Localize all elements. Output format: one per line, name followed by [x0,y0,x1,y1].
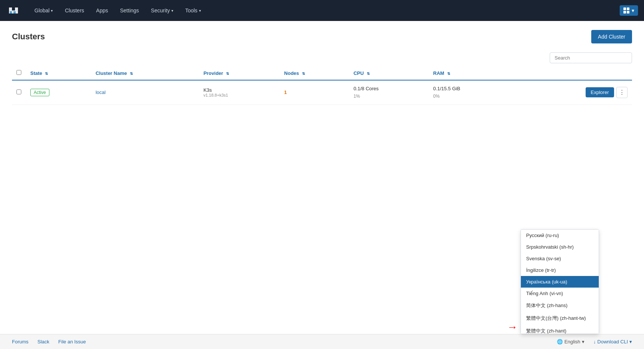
lang-option-sv[interactable]: Svenska (sv-se) [521,253,599,264]
col-provider[interactable]: Provider ⇅ [199,66,280,80]
globe-icon: 🌐 [557,339,563,345]
provider-cell: K3s v1.18.8+k3s1 [199,80,280,104]
col-cluster-name[interactable]: Cluster Name ⇅ [91,66,199,80]
lang-option-zh-hant[interactable]: 繁體中文 (zh-hant) [521,325,599,334]
lang-option-sh[interactable]: Srpskohrvatski (sh-hr) [521,241,599,253]
lang-option-vi[interactable]: Tiếng Anh (vi-vn) [521,288,599,299]
col-actions [513,66,632,80]
cluster-name-link[interactable]: local [95,89,106,95]
navbar: Global ▾ Clusters Apps Settings Security… [0,0,644,21]
svg-rect-2 [13,11,16,13]
ram-pct: 0% [433,93,509,100]
more-icon: ⋮ [619,89,625,96]
col-cpu[interactable]: CPU ⇅ [349,66,429,80]
table-actions: Explorer ⋮ [517,87,628,98]
arrow-indicator: → [507,321,518,333]
footer-forums-link[interactable]: Forums [12,339,28,345]
nodes-cell: 1 [280,80,349,104]
chevron-down-icon: ▾ [51,9,53,13]
footer-slack-link[interactable]: Slack [37,339,49,345]
language-dropdown[interactable]: Русский (ru-ru) Srpskohrvatski (sh-hr) S… [521,229,599,334]
lang-option-tr[interactable]: İngilizce (tr-tr) [521,264,599,276]
footer-issue-link[interactable]: File an Issue [58,339,86,345]
sort-icon: ⇅ [302,72,305,76]
table-body: Active local K3s v1.18.8+k3s1 1 0.1/8 Co… [12,80,632,104]
sort-icon: ⇅ [367,72,370,76]
sort-icon: ⇅ [45,72,48,76]
ram-cell: 0.1/15.5 GiB 0% [429,80,513,104]
cpu-pct: 1% [354,93,424,100]
lang-option-zh-hant-tw[interactable]: 繁體中文(台灣) (zh-hant-tw) [521,312,599,325]
chevron-down-icon: ▾ [199,9,201,13]
nav-apps[interactable]: Apps [92,4,113,16]
nav-settings[interactable]: Settings [116,4,144,16]
language-dropdown-wrapper: Русский (ru-ru) Srpskohrvatski (sh-hr) S… [521,229,599,334]
state-cell: Active [26,80,91,104]
download-label: Download CLI [597,339,628,345]
search-input[interactable] [550,52,632,63]
rancher-logo [6,4,24,17]
ram-info: 0.1/15.5 GiB 0% [433,85,509,100]
nav-global[interactable]: Global ▾ [30,4,57,16]
table-row: Active local K3s v1.18.8+k3s1 1 0.1/8 Co… [12,80,632,104]
name-cell: local [91,80,199,104]
chevron-down-icon: ▾ [171,9,173,13]
clusters-table: State ⇅ Cluster Name ⇅ Provider ⇅ Nodes … [12,66,632,105]
add-cluster-button[interactable]: Add Cluster [591,30,632,43]
user-icon-grid [623,7,629,13]
sort-icon: ⇅ [226,72,229,76]
lang-option-ru[interactable]: Русский (ru-ru) [521,230,599,241]
select-all-checkbox-col [12,66,26,80]
nodes-count: 1 [284,89,287,95]
row-checkbox-cell [12,80,26,104]
select-all-checkbox[interactable] [16,70,21,75]
ram-gb: 0.1/15.5 GiB [433,85,509,93]
more-options-button[interactable]: ⋮ [616,87,628,98]
col-nodes[interactable]: Nodes ⇅ [280,66,349,80]
chevron-down-icon: ▾ [629,339,632,345]
explorer-button[interactable]: Explorer [586,87,614,97]
col-ram[interactable]: RAM ⇅ [429,66,513,80]
sort-icon: ⇅ [130,72,133,76]
lang-label: English [564,339,580,345]
nav-tools[interactable]: Tools ▾ [181,4,205,16]
page-title: Clusters [12,32,45,42]
cpu-info: 0.1/8 Cores 1% [354,85,424,100]
chevron-down-icon: ▾ [582,339,585,345]
cpu-cores: 0.1/8 Cores [354,85,424,93]
col-state[interactable]: State ⇅ [26,66,91,80]
svg-rect-1 [10,11,12,13]
lang-option-zh-hans[interactable]: 简体中文 (zh-hans) [521,299,599,312]
footer: Forums Slack File an Issue 🌐 English ▾ ↓… [0,334,644,349]
status-badge: Active [30,89,49,96]
cpu-cell: 0.1/8 Cores 1% [349,80,429,104]
download-icon: ↓ [593,339,596,345]
provider-name: K3s [204,87,275,93]
sort-icon: ⇅ [447,72,450,76]
download-cli-button[interactable]: ↓ Download CLI ▾ [593,339,632,345]
lang-option-uk[interactable]: Українська (uk-ua) [521,276,599,288]
table-header: State ⇅ Cluster Name ⇅ Provider ⇅ Nodes … [12,66,632,80]
row-checkbox[interactable] [16,89,21,94]
nav-security[interactable]: Security ▾ [146,4,178,16]
search-container [12,52,632,63]
page-header: Clusters Add Cluster [12,30,632,43]
user-menu-button[interactable]: ▾ [620,5,638,16]
actions-cell: Explorer ⋮ [513,80,632,104]
language-selector[interactable]: 🌐 English ▾ [557,339,585,345]
provider-version: v1.18.8+k3s1 [204,93,275,97]
chevron-down-icon: ▾ [632,7,634,13]
nav-clusters[interactable]: Clusters [60,4,88,16]
